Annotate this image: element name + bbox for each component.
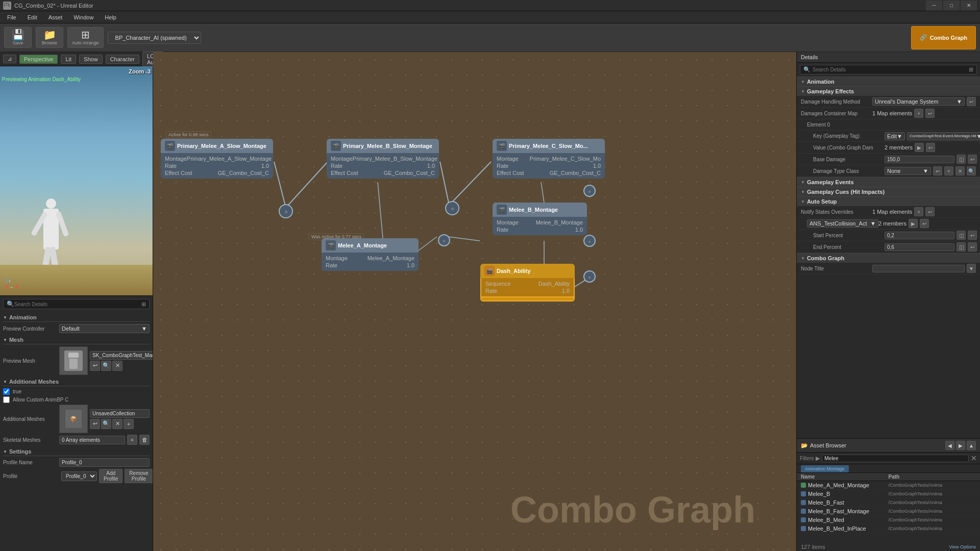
- asset-row[interactable]: Melee_A_Med_Montage /ComboGraphTests/Ani…: [797, 481, 980, 490]
- base-damage-input[interactable]: [885, 156, 954, 163]
- ans-dropdown[interactable]: ANS_TestCollision_Act▼: [807, 219, 878, 228]
- asset-row[interactable]: Melee_B_Med /ComboGraphTests/Anima: [797, 516, 980, 524]
- save-button[interactable]: 💾 Save: [4, 27, 32, 48]
- profile-dropdown[interactable]: Profile_0: [61, 471, 97, 481]
- key-edit-dropdown[interactable]: Edit▼: [885, 132, 905, 140]
- left-search-input[interactable]: [14, 302, 141, 307]
- preview-controller-dropdown[interactable]: Default ▼: [59, 324, 150, 333]
- expand-icon[interactable]: ▶: [909, 219, 918, 228]
- reset-icon[interactable]: ↩: [920, 219, 929, 228]
- mesh-browse-icon[interactable]: 🔍: [101, 361, 111, 371]
- mesh-clear-icon[interactable]: ✕: [112, 361, 122, 371]
- start-percent-input[interactable]: [885, 232, 954, 239]
- skeletal-mesh-add-icon[interactable]: +: [127, 435, 137, 445]
- auto-setup-header[interactable]: Auto Setup: [797, 196, 980, 206]
- asset-nav-forward[interactable]: ▶: [956, 441, 965, 450]
- slider-icon[interactable]: ◫: [957, 231, 966, 240]
- node-dash[interactable]: Active for 0.66 secs 🎬 Dash_Ability Sequ…: [480, 264, 575, 302]
- filter-input[interactable]: [822, 455, 969, 462]
- reset-icon[interactable]: ↩: [968, 242, 977, 252]
- menu-asset[interactable]: Asset: [43, 13, 68, 21]
- gameplay-events-header[interactable]: Gameplay Events: [797, 177, 980, 187]
- damage-type-dropdown[interactable]: None ▼: [885, 167, 931, 175]
- node-primary-c[interactable]: 🎬 Primary_Melee_C_Slow_Mo... MontagePrim…: [493, 139, 605, 179]
- animation-section-header[interactable]: Animation: [3, 312, 150, 322]
- gameplay-effects-header[interactable]: Gameplay Effects: [797, 86, 980, 96]
- damage-handling-dropdown[interactable]: Unreal's Damage System ▼: [872, 97, 965, 106]
- node-melee-a[interactable]: 🎬 Melee_A_Montage MontageMelee_A_Montage…: [322, 238, 419, 271]
- node-primary-a[interactable]: 🎬 Primary_Melee_A_Slow_Montage MontagePr…: [161, 139, 273, 179]
- end-percent-input[interactable]: [885, 243, 954, 251]
- asset-row[interactable]: Melee_B_Fast_Montage /ComboGraphTests/An…: [797, 507, 980, 516]
- details-search-input[interactable]: [813, 67, 967, 72]
- allow-custom-animBP-checkbox[interactable]: [3, 396, 10, 403]
- asset-row[interactable]: Melee_B_Fast /ComboGraphTests/Anima: [797, 498, 980, 507]
- browse-icon[interactable]: 🔍: [967, 166, 976, 176]
- slider-icon[interactable]: ◫: [957, 155, 966, 164]
- viewport-toggle-button[interactable]: ⊿: [3, 55, 16, 63]
- grid-icon[interactable]: ⊞: [141, 301, 146, 308]
- skeletal-mesh-remove-icon[interactable]: 🗑: [139, 435, 150, 445]
- gameplay-cues-header[interactable]: Gameplay Cues (Hit Impacts): [797, 187, 980, 196]
- node-title-input[interactable]: [872, 265, 965, 272]
- node-primary-b[interactable]: 🎬 Primary_Melee_B_Slow_Montage MontagePr…: [327, 139, 439, 179]
- maximize-button[interactable]: □: [943, 1, 960, 11]
- reset-icon[interactable]: ↩: [925, 109, 935, 118]
- key-val: Edit▼ ComboGraphTest.Event.Montage.Hit ▼: [885, 132, 980, 140]
- node-melee-b[interactable]: 🎬 Melee_B_Montage MontageMelee_B_Montage…: [493, 203, 587, 235]
- add-icon[interactable]: +: [914, 207, 923, 216]
- settings-section-header[interactable]: Settings: [3, 446, 150, 456]
- reset-icon[interactable]: ↩: [933, 166, 942, 176]
- add-profile-button[interactable]: Add Profile: [99, 469, 122, 483]
- actor-dropdown[interactable]: BP_Character_AI (spawned): [108, 32, 201, 44]
- animation-section[interactable]: Animation: [797, 77, 980, 86]
- show-button[interactable]: Show: [79, 55, 103, 64]
- mesh-reset-icon[interactable]: ↩: [90, 361, 100, 371]
- auto-arrange-button[interactable]: ⊞ Auto Arrange: [67, 27, 104, 48]
- reset-icon[interactable]: ↩: [967, 97, 976, 106]
- view-options-button[interactable]: View Options: [949, 544, 976, 549]
- asset-row[interactable]: Melee_B /ComboGraphTests/Anima: [797, 490, 980, 498]
- viewport[interactable]: Previewing Animation Dash_Ability Zoom -…: [0, 66, 153, 296]
- reset-icon[interactable]: ↩: [926, 143, 935, 152]
- add-mesh-browse-icon[interactable]: 🔍: [101, 419, 111, 429]
- menu-file[interactable]: File: [2, 13, 21, 21]
- asset-nav-up[interactable]: ▲: [967, 441, 976, 450]
- slider-icon[interactable]: ◫: [957, 242, 966, 252]
- profile-name-input[interactable]: [59, 458, 150, 467]
- minimize-button[interactable]: ─: [926, 1, 942, 11]
- menu-help[interactable]: Help: [100, 13, 121, 21]
- clear-filter-button[interactable]: ✕: [971, 454, 977, 462]
- chevron-down-icon[interactable]: ▼: [967, 264, 976, 273]
- mesh-section-header[interactable]: Mesh: [3, 335, 150, 344]
- asset-row[interactable]: Melee_B_Med_InPlace /ComboGraphTests/Ani…: [797, 524, 980, 533]
- add-icon[interactable]: +: [914, 109, 923, 118]
- reset-icon[interactable]: ↩: [968, 231, 977, 240]
- perspective-button[interactable]: Perspective: [19, 55, 58, 64]
- combo-graph-section-header[interactable]: Combo Graph: [797, 253, 980, 263]
- close-button[interactable]: ✕: [961, 1, 977, 11]
- grid-view-icon[interactable]: ⊞: [969, 66, 973, 73]
- reset-icon[interactable]: ↩: [925, 207, 935, 216]
- lit-button[interactable]: Lit: [61, 55, 76, 64]
- character-button[interactable]: Character: [106, 55, 139, 64]
- expand-icon[interactable]: ▶: [915, 143, 924, 152]
- cross-icon[interactable]: ✕: [955, 166, 965, 176]
- remove-profile-button[interactable]: Remove Profile: [125, 469, 153, 483]
- add-mesh-clear-icon[interactable]: ✕: [112, 419, 122, 429]
- add-icon[interactable]: +: [944, 166, 953, 176]
- menu-edit[interactable]: Edit: [22, 13, 42, 21]
- reset-icon[interactable]: ↩: [968, 155, 977, 164]
- menu-window[interactable]: Window: [68, 13, 99, 21]
- graph-canvas[interactable]: Active for 0.98 secs Was Active for 0.77…: [153, 52, 796, 551]
- details-panel: Details 🔍 ⊞ Animation Gameplay Effects D…: [797, 52, 980, 439]
- asset-nav-back[interactable]: ◀: [945, 441, 954, 450]
- additional-meshes-header[interactable]: Additional Meshes: [3, 377, 150, 386]
- allow-diff-skeleton-checkbox[interactable]: [3, 388, 10, 395]
- combo-graph-button[interactable]: 🔗 Combo Graph: [911, 26, 976, 49]
- left-panel: ⊿ Perspective Lit Show Character LOD Aut…: [0, 52, 153, 551]
- key-value-dropdown[interactable]: ComboGraphTest.Event.Montage.Hit ▼: [907, 132, 980, 140]
- browse-button[interactable]: 📁 Browse: [36, 27, 63, 48]
- add-mesh-reset-icon[interactable]: ↩: [90, 419, 100, 429]
- add-mesh-add-icon[interactable]: +: [124, 419, 134, 429]
